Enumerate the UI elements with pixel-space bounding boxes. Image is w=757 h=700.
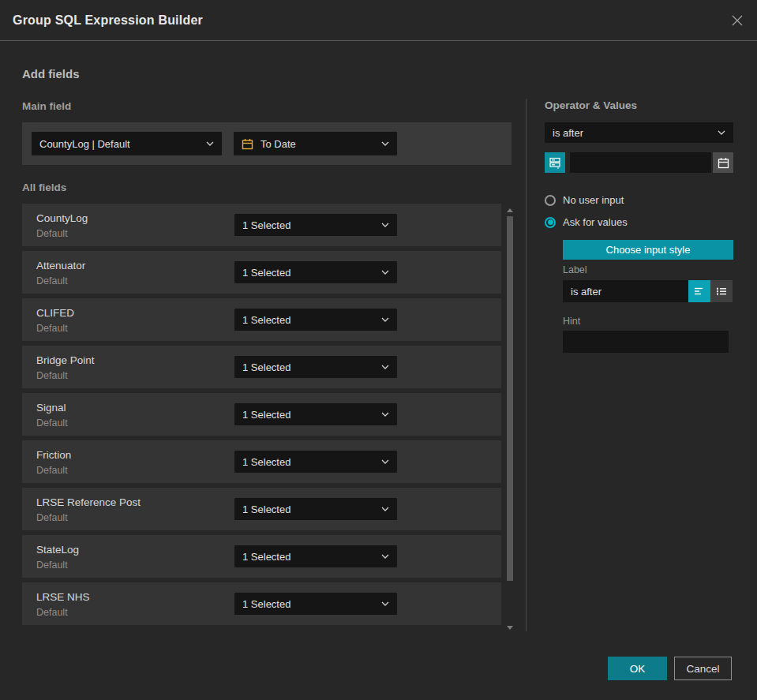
- list-input-style-button[interactable]: [710, 280, 733, 302]
- main-field-heading: Main field: [22, 100, 71, 112]
- chevron-down-icon: [381, 223, 389, 227]
- operator-values-heading: Operator & Values: [545, 99, 637, 111]
- chevron-down-icon: [381, 601, 389, 606]
- single-line-input-style-button[interactable]: [688, 280, 710, 302]
- field-selected-value: 1 Selected: [242, 503, 290, 515]
- field-subtitle: Default: [36, 417, 68, 429]
- chevron-down-icon: [718, 130, 725, 135]
- field-name: Attenuator: [36, 260, 85, 271]
- field-row: LRSE NHS Default 1 Selected: [22, 582, 501, 625]
- field-subtitle: Default: [36, 228, 68, 239]
- choose-input-style-button[interactable]: Choose input style: [563, 240, 733, 260]
- scroll-up-arrow-icon[interactable]: [507, 208, 513, 212]
- panel-divider: [526, 99, 527, 631]
- calendar-picker-button[interactable]: [713, 152, 733, 173]
- field-subtitle: Default: [36, 275, 68, 286]
- scroll-down-arrow-icon[interactable]: [507, 626, 513, 630]
- all-fields-heading: All fields: [22, 182, 66, 193]
- chevron-down-icon: [381, 317, 389, 322]
- field-name: CountyLog: [36, 212, 88, 224]
- field-row: LRSE Reference Post Default 1 Selected: [22, 488, 501, 530]
- field-name: CLIFED: [36, 307, 74, 319]
- field-row: Signal Default 1 Selected: [22, 393, 501, 436]
- field-selected-dropdown[interactable]: 1 Selected: [234, 261, 397, 283]
- label-input-row: [563, 280, 733, 302]
- radio-ask-for-values[interactable]: Ask for values: [545, 216, 628, 228]
- list-scrollbar[interactable]: [506, 204, 514, 633]
- chevron-down-icon: [381, 459, 389, 464]
- chevron-down-icon: [206, 141, 214, 146]
- field-name: LRSE Reference Post: [36, 496, 141, 508]
- label-field-label: Label: [563, 264, 587, 275]
- field-selected-value: 1 Selected: [242, 409, 290, 421]
- hint-field-label: Hint: [563, 316, 580, 327]
- field-name: Bridge Point: [36, 354, 95, 366]
- radio-ask-for-values-label: Ask for values: [563, 216, 628, 228]
- value-input-row: [545, 152, 733, 173]
- chevron-down-icon: [381, 507, 389, 511]
- field-selected-value: 1 Selected: [242, 267, 290, 279]
- field-row: Attenuator Default 1 Selected: [22, 251, 501, 294]
- all-fields-list: CountyLog Default 1 Selected Attenuator …: [22, 204, 501, 630]
- date-value-input[interactable]: [570, 152, 711, 173]
- field-subtitle: Default: [36, 370, 68, 381]
- field-name: StateLog: [36, 544, 79, 556]
- field-selected-value: 1 Selected: [242, 314, 290, 326]
- field-subtitle: Default: [36, 607, 68, 618]
- hint-input[interactable]: [563, 331, 729, 353]
- label-input[interactable]: [563, 280, 688, 302]
- field-selected-value: 1 Selected: [242, 551, 290, 563]
- chevron-down-icon: [381, 365, 389, 369]
- radio-circle-icon: [545, 195, 556, 206]
- field-selected-value: 1 Selected: [242, 456, 290, 468]
- chevron-down-icon: [381, 412, 389, 417]
- operator-select[interactable]: is after: [545, 122, 733, 143]
- dialog-title: Group SQL Expression Builder: [13, 13, 203, 28]
- field-subtitle: Default: [36, 323, 68, 334]
- field-row: CountyLog Default 1 Selected: [22, 204, 501, 246]
- chevron-down-icon: [381, 141, 389, 146]
- field-selected-dropdown[interactable]: 1 Selected: [234, 451, 397, 473]
- cancel-button[interactable]: Cancel: [674, 657, 732, 680]
- chevron-down-icon: [381, 554, 389, 559]
- field-type-select-value: To Date: [260, 138, 296, 150]
- operator-select-value: is after: [553, 127, 583, 139]
- field-selected-value: 1 Selected: [242, 598, 290, 610]
- add-fields-heading: Add fields: [22, 67, 80, 80]
- field-selected-value: 1 Selected: [242, 219, 290, 231]
- field-row: Bridge Point Default 1 Selected: [22, 346, 501, 388]
- group-sql-expression-builder-dialog: Group SQL Expression Builder Add fields …: [0, 0, 757, 700]
- scrollbar-thumb[interactable]: [507, 216, 513, 581]
- calendar-icon: [242, 138, 253, 150]
- field-selected-value: 1 Selected: [242, 361, 290, 373]
- field-selected-dropdown[interactable]: 1 Selected: [234, 214, 397, 236]
- field-selected-dropdown[interactable]: 1 Selected: [234, 498, 397, 520]
- field-selected-dropdown[interactable]: 1 Selected: [234, 309, 397, 331]
- chevron-down-icon: [381, 270, 389, 275]
- radio-circle-icon: [545, 217, 556, 228]
- main-field-select-value: CountyLog | Default: [39, 138, 130, 150]
- field-subtitle: Default: [36, 560, 68, 571]
- field-name: Friction: [36, 449, 71, 461]
- field-selected-dropdown[interactable]: 1 Selected: [234, 356, 397, 378]
- field-name: Signal: [36, 402, 66, 414]
- field-name: LRSE NHS: [36, 591, 90, 603]
- field-row: StateLog Default 1 Selected: [22, 535, 501, 578]
- field-row: Friction Default 1 Selected: [22, 440, 501, 483]
- field-subtitle: Default: [36, 465, 68, 476]
- stacked-values-button[interactable]: [545, 152, 565, 173]
- field-subtitle: Default: [36, 512, 68, 523]
- dialog-titlebar: Group SQL Expression Builder: [0, 0, 757, 41]
- field-type-select[interactable]: To Date: [234, 132, 397, 155]
- field-selected-dropdown[interactable]: 1 Selected: [234, 593, 397, 615]
- main-field-bar: CountyLog | Default To Date: [22, 122, 512, 165]
- field-row: CLIFED Default 1 Selected: [22, 298, 501, 341]
- radio-no-user-input-label: No user input: [563, 194, 624, 206]
- main-field-select[interactable]: CountyLog | Default: [32, 132, 222, 155]
- field-selected-dropdown[interactable]: 1 Selected: [234, 545, 397, 567]
- ok-button[interactable]: OK: [608, 657, 667, 680]
- close-icon[interactable]: [729, 12, 746, 29]
- field-selected-dropdown[interactable]: 1 Selected: [234, 403, 397, 425]
- radio-no-user-input[interactable]: No user input: [545, 194, 624, 206]
